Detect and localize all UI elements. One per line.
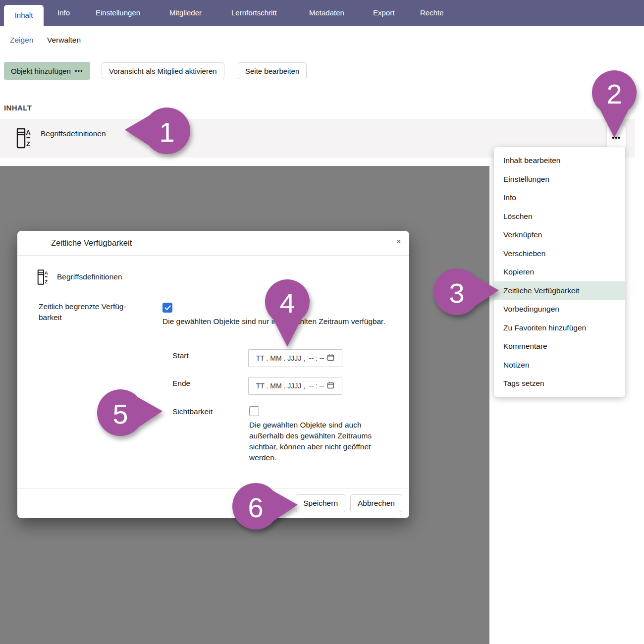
menu-item-kopieren[interactable]: Kopieren <box>494 263 625 281</box>
menu-item-vorbedingungen[interactable]: Vorbedingungen <box>494 300 625 319</box>
visibility-checkbox[interactable] <box>249 406 259 416</box>
availability-modal: Zeitliche Verfügbarkeit × A Z Begriffsde… <box>17 231 409 518</box>
tab-export[interactable]: Export <box>373 0 394 26</box>
visibility-label: Sichtbarkeit <box>172 406 213 417</box>
limited-availability-label: Zeitlich begrenzte Verfüg­barkeit <box>39 301 138 322</box>
modal-header: Zeitliche Verfügbarkeit × <box>17 231 409 256</box>
edit-page-button[interactable]: Seite bearbeiten <box>238 62 307 79</box>
tab-metadaten[interactable]: Metadaten <box>309 0 344 26</box>
tab-rechte[interactable]: Rechte <box>420 0 444 26</box>
menu-item-info[interactable]: Info <box>494 188 625 207</box>
page: Inhalt Info Einstellungen Mitglieder Ler… <box>0 0 644 644</box>
menu-item-notizen[interactable]: Notizen <box>494 356 625 375</box>
modal-title: Zeitliche Verfügbarkeit <box>51 238 132 248</box>
top-navbar: Inhalt Info Einstellungen Mitglieder Ler… <box>0 0 644 26</box>
svg-text:A: A <box>45 270 48 275</box>
content-item-title[interactable]: Begriffsdefinitionen <box>41 129 106 138</box>
close-icon[interactable]: × <box>396 237 401 246</box>
menu-item-verschieben[interactable]: Verschieben <box>494 244 625 263</box>
add-object-label: Objekt hinzufügen <box>11 67 71 75</box>
calendar-icon[interactable] <box>327 381 334 391</box>
start-date-input[interactable]: TT . MM . JJJJ , -- : -- <box>248 349 342 367</box>
item-actions-button[interactable]: ••• <box>607 125 626 150</box>
preview-as-member-button[interactable]: Voransicht als Mitglied aktivieren <box>102 62 224 79</box>
subtab-zeigen[interactable]: Zeigen <box>10 36 33 45</box>
tab-inhalt[interactable]: Inhalt <box>4 5 44 26</box>
menu-item-kommentare[interactable]: Kommentare <box>494 337 625 356</box>
svg-text:2: 2 <box>606 78 622 109</box>
end-date-input[interactable]: TT . MM . JJJJ , -- : -- <box>248 377 342 395</box>
tab-info[interactable]: Info <box>57 0 70 26</box>
content-heading: INHALT <box>4 104 32 112</box>
menu-item-verknuepfen[interactable]: Verknüpfen <box>494 225 625 244</box>
modal-footer: Speichern Abbrechen <box>17 488 409 518</box>
end-date-placeholder: TT . MM . JJJJ , -- : -- <box>256 382 324 390</box>
start-label: Start <box>172 350 189 361</box>
add-object-button[interactable]: Objekt hinzufügen ••• <box>4 62 90 80</box>
glossary-icon: A Z <box>16 127 31 151</box>
tab-lernfortschritt[interactable]: Lernfortschritt <box>231 0 277 26</box>
end-label: Ende <box>172 378 190 389</box>
svg-text:Z: Z <box>26 140 30 148</box>
glossary-icon: A Z <box>37 269 49 287</box>
cancel-button[interactable]: Abbrechen <box>350 494 402 512</box>
item-actions-menu: Inhalt bearbeiten Einstellungen Info Lös… <box>494 147 625 397</box>
limited-availability-checkbox[interactable] <box>162 303 172 313</box>
tab-mitglieder[interactable]: Mitglieder <box>169 0 202 26</box>
calendar-icon[interactable] <box>327 354 334 363</box>
menu-item-tags-setzen[interactable]: Tags setzen <box>494 374 625 393</box>
start-date-placeholder: TT . MM . JJJJ , -- : -- <box>256 354 324 362</box>
ellipsis-icon: ••• <box>75 67 83 75</box>
menu-item-zeitliche-verfuegbarkeit[interactable]: Zeitliche Verfügbarkeit <box>494 281 625 300</box>
modal-object-title: Begriffsdefinitionen <box>57 272 122 281</box>
subtab-verwalten[interactable]: Verwalten <box>47 36 81 45</box>
save-button[interactable]: Speichern <box>296 494 345 512</box>
menu-item-zu-favoriten[interactable]: Zu Favoriten hinzufügen <box>494 319 625 337</box>
menu-item-loeschen[interactable]: Löschen <box>494 207 625 226</box>
tab-einstellungen[interactable]: Einstellungen <box>96 0 140 26</box>
svg-text:Z: Z <box>45 279 48 284</box>
svg-text:A: A <box>26 129 31 136</box>
limited-availability-help: Die gewählten Objekte sind nur im gewähl… <box>162 316 388 327</box>
menu-item-inhalt-bearbeiten[interactable]: Inhalt bearbeiten <box>494 151 625 170</box>
menu-item-einstellungen[interactable]: Einstellungen <box>494 170 625 189</box>
visibility-help: Die gewählten Objekte sind auch außerhal… <box>249 420 393 463</box>
